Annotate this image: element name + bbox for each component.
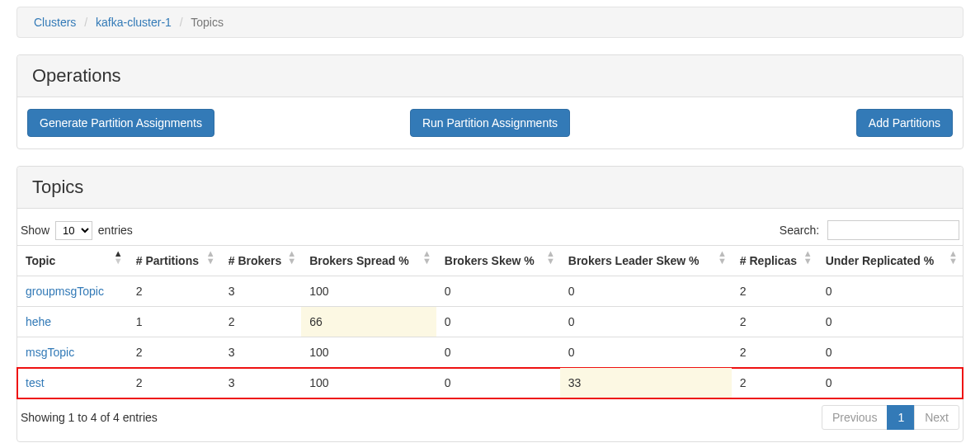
operations-heading: Operations [17, 55, 963, 97]
show-label-pre: Show [21, 224, 49, 237]
table-info: Showing 1 to 4 of 4 entries [21, 411, 158, 424]
col-leader-skew[interactable]: Brokers Leader Skew % ▲▼ [560, 246, 732, 276]
breadcrumb: Clusters / kafka-cluster-1 / Topics [16, 7, 964, 38]
cell-brokers: 2 [220, 307, 301, 337]
generate-partition-assignments-button[interactable]: Generate Partition Assignments [27, 109, 214, 137]
operations-panel: Operations Generate Partition Assignment… [16, 54, 964, 149]
next-page-button[interactable]: Next [914, 405, 959, 430]
run-partition-assignments-button[interactable]: Run Partition Assignments [410, 109, 570, 137]
breadcrumb-current: Topics [191, 16, 224, 29]
col-spread[interactable]: Brokers Spread % ▲▼ [301, 246, 436, 276]
breadcrumb-clusters-link[interactable]: Clusters [34, 16, 76, 29]
cell-spread: 100 [301, 368, 436, 398]
cell-skew: 0 [436, 337, 560, 368]
col-brokers-label: # Brokers [229, 254, 282, 267]
col-partitions-label: # Partitions [136, 254, 199, 267]
sort-icon: ▲▼ [546, 251, 555, 264]
sort-icon: ▲▼ [287, 251, 296, 264]
cell-under-replicated: 0 [817, 276, 963, 307]
add-partitions-button[interactable]: Add Partitions [856, 109, 953, 137]
cell-partitions: 1 [128, 307, 220, 337]
cell-replicas: 2 [732, 307, 817, 337]
sort-icon: ▲▼ [718, 251, 727, 264]
topic-link[interactable]: hehe [26, 315, 51, 328]
cell-under-replicated: 0 [817, 368, 963, 398]
search-label: Search: [780, 224, 819, 237]
col-topic[interactable]: Topic ▲▼ [17, 246, 128, 276]
topics-table: Topic ▲▼ # Partitions ▲▼ # Brokers ▲▼ Br… [17, 245, 963, 398]
col-spread-label: Brokers Spread % [309, 254, 409, 267]
cell-replicas: 2 [732, 276, 817, 307]
cell-topic: msgTopic [17, 337, 128, 368]
topic-link[interactable]: groupmsgTopic [26, 285, 104, 298]
col-replicas[interactable]: # Replicas ▲▼ [732, 246, 817, 276]
table-row: msgTopic231000020 [17, 337, 963, 368]
show-label-post: entries [98, 224, 133, 237]
col-under-replicated-label: Under Replicated % [826, 254, 934, 267]
table-row: test2310003320 [17, 368, 963, 398]
search-input[interactable] [827, 220, 959, 240]
cell-leader-skew: 0 [560, 307, 732, 337]
sort-icon: ▲▼ [422, 251, 431, 264]
cell-spread: 100 [301, 276, 436, 307]
col-skew[interactable]: Brokers Skew % ▲▼ [436, 246, 560, 276]
topic-link[interactable]: test [26, 376, 45, 389]
sort-icon: ▲▼ [206, 251, 215, 264]
cell-replicas: 2 [732, 337, 817, 368]
prev-page-button[interactable]: Previous [822, 405, 888, 430]
sort-icon: ▲▼ [803, 251, 813, 264]
topics-panel: Topics Show 10 entries Search: Topic ▲▼ [16, 166, 964, 442]
cell-partitions: 2 [128, 276, 220, 307]
entries-per-page-select[interactable]: 10 [55, 221, 92, 240]
cell-leader-skew: 0 [560, 337, 732, 368]
cell-spread: 66 [301, 307, 436, 337]
cell-topic: test [17, 368, 128, 398]
breadcrumb-separator: / [79, 16, 92, 29]
cell-leader-skew: 33 [560, 368, 732, 398]
cell-spread: 100 [301, 337, 436, 368]
breadcrumb-separator: / [175, 16, 188, 29]
cell-replicas: 2 [732, 368, 817, 398]
col-replicas-label: # Replicas [740, 254, 797, 267]
cell-under-replicated: 0 [817, 307, 963, 337]
page-1-button[interactable]: 1 [887, 405, 915, 430]
col-leader-skew-label: Brokers Leader Skew % [568, 254, 700, 267]
cell-brokers: 3 [220, 337, 301, 368]
cell-leader-skew: 0 [560, 276, 732, 307]
table-search-control: Search: [780, 220, 959, 240]
breadcrumb-cluster-link[interactable]: kafka-cluster-1 [96, 16, 172, 29]
table-row: groupmsgTopic231000020 [17, 276, 963, 307]
sort-icon: ▲▼ [949, 251, 958, 264]
table-row: hehe12660020 [17, 307, 963, 337]
cell-skew: 0 [436, 307, 560, 337]
col-topic-label: Topic [26, 254, 55, 267]
col-skew-label: Brokers Skew % [445, 254, 535, 267]
cell-brokers: 3 [220, 276, 301, 307]
cell-skew: 0 [436, 368, 560, 398]
col-partitions[interactable]: # Partitions ▲▼ [128, 246, 220, 276]
col-under-replicated[interactable]: Under Replicated % ▲▼ [817, 246, 963, 276]
table-length-control: Show 10 entries [21, 221, 133, 240]
topic-link[interactable]: msgTopic [26, 346, 74, 359]
cell-partitions: 2 [128, 337, 220, 368]
topics-heading: Topics [17, 167, 963, 209]
cell-partitions: 2 [128, 368, 220, 398]
cell-under-replicated: 0 [817, 337, 963, 368]
cell-skew: 0 [436, 276, 560, 307]
col-brokers[interactable]: # Brokers ▲▼ [220, 246, 301, 276]
cell-brokers: 3 [220, 368, 301, 398]
cell-topic: groupmsgTopic [17, 276, 128, 307]
pagination: Previous 1 Next [822, 405, 959, 430]
sort-icon: ▲▼ [114, 251, 123, 264]
cell-topic: hehe [17, 307, 128, 337]
